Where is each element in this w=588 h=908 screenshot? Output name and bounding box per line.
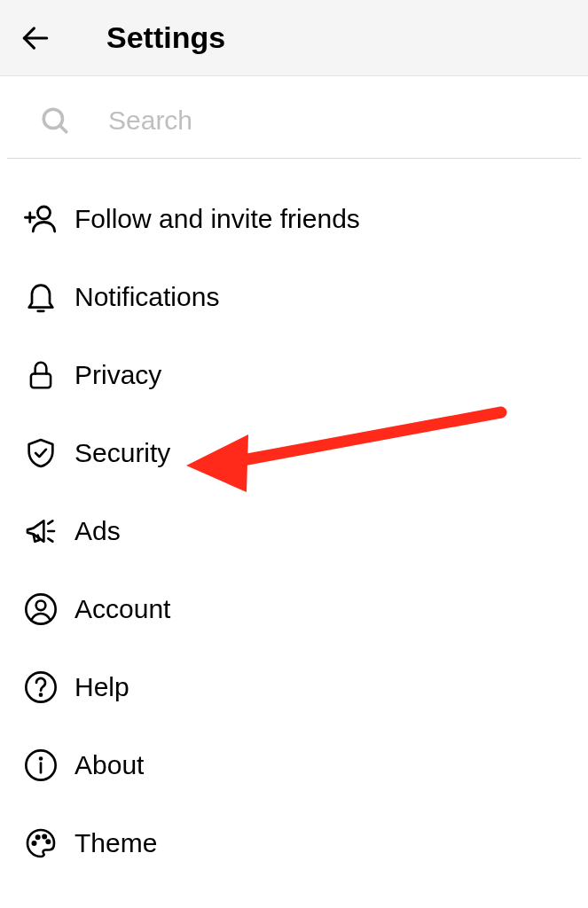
svg-rect-7: [31, 373, 51, 387]
svg-point-19: [36, 836, 39, 839]
menu-item-label: Help: [74, 672, 129, 702]
svg-point-21: [47, 841, 50, 843]
svg-line-8: [48, 521, 52, 523]
person-circle-icon: [18, 590, 64, 629]
shield-check-icon: [18, 434, 64, 473]
palette-icon: [18, 824, 64, 863]
svg-point-12: [36, 601, 46, 611]
menu-item-label: Notifications: [74, 282, 219, 312]
bell-icon: [18, 278, 64, 317]
search-input[interactable]: [108, 106, 563, 136]
svg-point-3: [38, 207, 51, 219]
menu-item-label: Ads: [74, 516, 121, 546]
menu-item-label: Security: [74, 438, 170, 468]
menu-item-label: Follow and invite friends: [74, 204, 360, 234]
question-circle-icon: [18, 668, 64, 707]
svg-line-2: [60, 126, 67, 132]
svg-point-16: [40, 758, 42, 760]
menu-item-privacy[interactable]: Privacy: [0, 336, 588, 414]
menu-item-theme[interactable]: Theme: [0, 804, 588, 882]
menu-item-label: About: [74, 750, 144, 780]
svg-point-13: [26, 672, 55, 701]
menu-item-label: Theme: [74, 828, 157, 858]
back-button[interactable]: [16, 19, 55, 58]
menu-item-label: Privacy: [74, 360, 161, 390]
menu-item-notifications[interactable]: Notifications: [0, 258, 588, 336]
menu-item-ads[interactable]: Ads: [0, 492, 588, 570]
svg-line-10: [48, 538, 52, 541]
menu-item-label: Account: [74, 594, 170, 624]
svg-point-20: [43, 835, 46, 838]
back-arrow-icon: [19, 21, 52, 55]
lock-icon: [18, 356, 64, 395]
menu-item-security[interactable]: Security: [0, 414, 588, 492]
svg-point-14: [40, 694, 42, 696]
info-circle-icon: [18, 746, 64, 785]
search-row[interactable]: [7, 76, 581, 159]
megaphone-icon: [18, 512, 64, 551]
menu-item-follow-invite[interactable]: Follow and invite friends: [0, 180, 588, 258]
menu-item-help[interactable]: Help: [0, 648, 588, 726]
menu-item-account[interactable]: Account: [0, 570, 588, 648]
search-icon: [39, 105, 71, 137]
svg-point-18: [33, 841, 35, 844]
menu-item-about[interactable]: About: [0, 726, 588, 804]
page-title: Settings: [106, 20, 225, 55]
settings-menu: Follow and invite friends Notifications …: [0, 159, 588, 882]
header: Settings: [0, 0, 588, 76]
add-person-icon: [18, 200, 64, 239]
